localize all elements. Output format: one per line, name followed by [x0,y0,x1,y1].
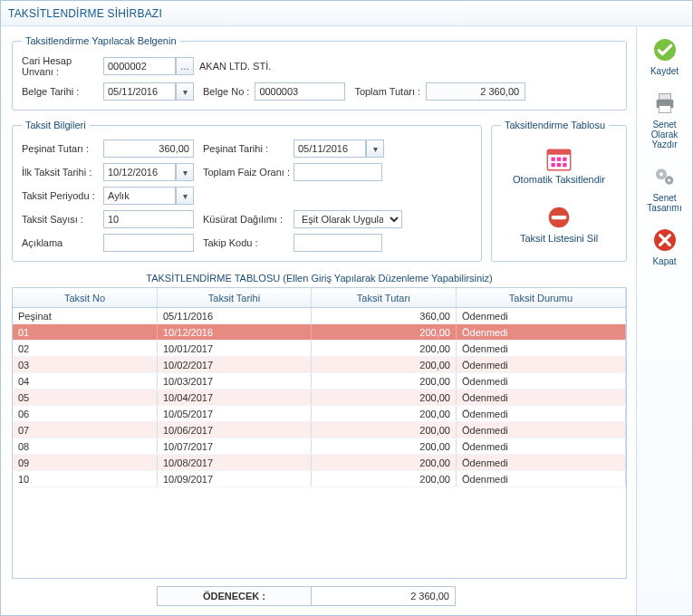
cell-status: Ödenmedi [457,422,626,438]
svg-rect-9 [551,216,566,219]
svg-rect-12 [659,93,670,100]
doc-legend: Taksitlendirme Yapılacak Belgenin [22,35,180,46]
prohibit-icon [544,202,574,233]
sayi-input[interactable] [103,210,194,228]
toplam-value: 2 360,00 [426,82,525,101]
table-row[interactable]: 0910/08/2017200,00Ödenmedi [13,455,626,471]
cell-status: Ödenmedi [457,438,626,454]
periyod-input[interactable] [103,187,176,205]
ilk-taksit-dropdown[interactable]: ▾ [176,163,194,181]
table-row[interactable]: 0110/12/2016200,00Ödenmedi [13,324,626,341]
grid-footer: ÖDENECEK : 2 360,00 [12,586,627,606]
table-row[interactable]: 0710/06/2017200,00Ödenmedi [13,422,626,438]
svg-rect-3 [557,158,561,161]
pesinat-tarihi-dropdown[interactable]: ▾ [366,140,384,158]
print-button[interactable]: Senet Olarak Yazdır [640,89,689,149]
cari-value[interactable] [103,57,176,75]
belge-tarihi-value[interactable] [103,82,176,101]
design-button[interactable]: Senet Tasarımı [640,162,689,213]
cell-no: 09 [13,455,158,470]
table-row[interactable]: 0210/01/2017200,00Ödenmedi [13,341,626,357]
taksit-legend: Taksit Bilgileri [22,120,90,130]
gears-icon [650,162,679,191]
takip-input[interactable] [294,234,382,252]
cell-no: 06 [13,406,158,421]
svg-rect-13 [659,106,670,113]
window: TAKSİTLENDİRME SİHİRBAZI Taksitlendirme … [0,0,693,616]
aciklama-label: Açıklama [22,237,103,248]
faiz-input[interactable] [294,163,382,181]
cell-amount: 200,00 [312,341,457,356]
cell-status: Ödenmedi [457,373,626,389]
periyod-label: Taksit Periyodu : [22,190,103,201]
cari-name: AKAN LTD. STİ. [199,61,271,72]
cell-amount: 360,00 [312,308,457,323]
cell-no: 02 [13,341,158,356]
cell-date: 10/03/2017 [158,373,312,389]
sidebar: Kaydet Senet Olarak Yazdır Senet [636,26,692,615]
cell-no: 10 [13,471,158,486]
cell-no: 07 [13,422,158,438]
check-icon [650,35,679,64]
save-button[interactable]: Kaydet [640,35,689,76]
actions-legend: Taksitlendirme Tablosu [501,120,609,130]
table-row[interactable]: Peşinat05/11/2016360,00Ödenmedi [13,308,626,324]
table-row[interactable]: 0410/03/2017200,00Ödenmedi [13,373,626,390]
svg-rect-5 [551,163,554,167]
cell-date: 10/08/2017 [158,455,312,470]
kusurat-select[interactable]: Eşit Olarak Uygula [294,210,402,228]
aciklama-input[interactable] [103,234,194,252]
cell-status: Ödenmedi [457,341,626,356]
col-no[interactable]: Taksit No [13,288,158,307]
cell-status: Ödenmedi [457,324,626,340]
close-icon [650,226,679,255]
cell-status: Ödenmedi [457,390,626,405]
cari-picker-button[interactable]: … [176,57,194,75]
belge-tarihi-dropdown[interactable]: ▾ [176,82,194,101]
cell-status: Ödenmedi [457,357,626,372]
pesinat-tutar-input[interactable] [103,140,194,158]
cell-no: 04 [13,373,158,389]
col-amount[interactable]: Taksit Tutarı [312,288,457,307]
cell-amount: 200,00 [312,357,457,372]
cell-status: Ödenmedi [457,308,626,323]
svg-rect-7 [563,163,566,167]
ilk-taksit-input[interactable] [103,163,176,181]
col-date[interactable]: Taksit Tarihi [158,288,312,307]
pesinat-tutar-label: Peşinat Tutarı : [22,143,103,154]
cell-status: Ödenmedi [457,455,626,470]
cari-label: Cari Hesap Unvanı : [22,55,103,77]
auto-installment-button[interactable]: Otomatik Taksitlendir [513,143,605,186]
table-row[interactable]: 0610/05/2017200,00Ödenmedi [13,406,626,422]
col-status[interactable]: Taksit Durumu [457,288,626,307]
table-row[interactable]: 1010/09/2017200,00Ödenmedi [13,471,626,487]
svg-point-18 [668,178,670,181]
installment-grid[interactable]: Taksit No Taksit Tarihi Taksit Tutarı Ta… [12,287,627,579]
belge-no-value[interactable] [255,82,345,101]
table-row[interactable]: 0510/04/2017200,00Ödenmedi [13,390,626,406]
takip-label: Takip Kodu : [203,237,294,248]
table-row[interactable]: 0310/02/2017200,00Ödenmedi [13,357,626,373]
toplam-label: Toplam Tutarı : [354,86,420,97]
pesinat-tarihi-input[interactable] [294,140,366,158]
grid-body[interactable]: Peşinat05/11/2016360,00Ödenmedi0110/12/2… [13,308,626,578]
cell-date: 10/05/2017 [158,406,312,421]
footer-value: 2 360,00 [311,586,456,606]
svg-rect-6 [557,163,561,167]
pesinat-tarihi-label: Peşinat Tarihi : [203,143,294,154]
svg-rect-1 [547,149,571,155]
faiz-label: Toplam Faiz Oranı : [203,167,294,178]
periyod-dropdown[interactable]: ▾ [176,187,194,205]
cell-no: 03 [13,357,158,372]
close-button[interactable]: Kapat [640,226,689,266]
actions-fieldset: Taksitlendirme Tablosu [491,120,627,262]
table-row[interactable]: 0810/07/2017200,00Ödenmedi [13,438,626,455]
footer-label: ÖDENECEK : [157,586,311,606]
cell-status: Ödenmedi [457,406,626,421]
svg-point-16 [659,172,663,176]
belge-tarihi-label: Belge Tarihi : [22,86,103,97]
delete-list-button[interactable]: Taksit Listesini Sil [520,202,598,245]
taksit-fieldset: Taksit Bilgileri Peşinat Tutarı : Peşina… [12,120,482,262]
cell-date: 10/04/2017 [158,390,312,405]
svg-point-14 [669,101,671,103]
